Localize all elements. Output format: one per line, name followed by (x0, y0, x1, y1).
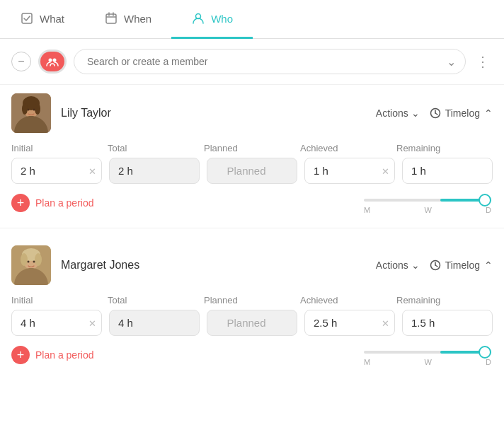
margaret-achieved-clear[interactable]: ✕ (382, 318, 389, 328)
svg-point-6 (49, 59, 52, 62)
margaret-plan-label[interactable]: Plan a period (35, 349, 94, 361)
search-input[interactable] (74, 49, 466, 74)
svg-point-12 (22, 103, 28, 115)
svg-line-18 (435, 113, 437, 115)
margaret-slider-track[interactable] (364, 351, 491, 354)
member-margaret-name: Margaret Jones (61, 259, 376, 272)
margaret-slider-thumb[interactable] (479, 346, 491, 359)
lily-actions-chevron: ⌄ (411, 107, 420, 119)
margaret-planned-label: Planned (204, 295, 300, 305)
lily-plan-label[interactable]: Plan a period (35, 197, 94, 209)
margaret-actions-chevron: ⌄ (411, 260, 420, 271)
margaret-initial-clear[interactable]: ✕ (88, 318, 96, 328)
margaret-actions-label: Actions (376, 260, 408, 271)
lily-achieved-clear[interactable]: ✕ (382, 165, 389, 176)
margaret-slider-container: M W D (364, 351, 493, 369)
lily-slider-thumb[interactable] (479, 194, 491, 206)
lily-planned-wrap (207, 158, 297, 184)
members-divider (0, 228, 504, 228)
svg-point-24 (28, 261, 30, 263)
lily-plan-slider-row: + Plan a period M W D (11, 194, 493, 222)
lily-initial-wrap: ✕ (11, 158, 102, 184)
member-lily-name: Lily Taylor (61, 107, 376, 120)
lily-slider-container: M W D (364, 199, 493, 217)
lily-slider-track[interactable] (364, 199, 491, 202)
lily-remaining-label: Remaining (396, 143, 493, 153)
lily-initial-label: Initial (11, 143, 108, 153)
margaret-achieved-label: Achieved (300, 295, 396, 305)
margaret-time-labels: Initial Total Planned Achieved Remaining (11, 295, 493, 305)
group-toggle-button[interactable] (40, 52, 64, 71)
lily-achieved-label: Achieved (300, 143, 396, 153)
lily-plan-plus-button[interactable]: + (11, 194, 30, 212)
margaret-slider-labels: M W D (364, 358, 493, 366)
member-margaret-section: Margaret Jones Actions ⌄ Timelog ⌃ Initi… (0, 237, 504, 374)
margaret-actions-button[interactable]: Actions ⌄ (376, 260, 420, 271)
margaret-plan-slider-row: + Plan a period M W D (11, 346, 493, 374)
margaret-timelog-chevron: ⌃ (484, 260, 493, 271)
lily-planned-input[interactable] (207, 158, 297, 184)
check-icon (20, 11, 34, 25)
lily-slider-track-row (491, 199, 493, 202)
search-row: − ⌄ ⋮ (0, 39, 504, 85)
margaret-plan-row: + Plan a period (11, 346, 94, 367)
margaret-total-wrap (109, 310, 200, 336)
svg-rect-0 (22, 13, 32, 23)
person-icon (191, 11, 205, 25)
tab-who[interactable]: Who (171, 0, 253, 39)
tab-who-label: Who (211, 13, 233, 25)
svg-point-15 (33, 109, 35, 111)
tab-what-label: What (40, 13, 64, 25)
lily-actions-label: Actions (376, 107, 408, 119)
svg-point-22 (21, 253, 28, 266)
more-options-icon[interactable]: ⋮ (473, 53, 493, 70)
lily-time-inputs: ✕ ✕ (11, 158, 493, 184)
lily-total-label: Total (108, 143, 204, 153)
tab-when[interactable]: When (84, 0, 171, 39)
slider-d-label: D (486, 206, 491, 214)
svg-point-7 (53, 59, 57, 62)
tab-what[interactable]: What (0, 0, 84, 39)
margaret-slider-w-label: W (424, 358, 431, 366)
lily-slider-labels: M W D (364, 206, 493, 214)
margaret-timelog-label: Timelog (445, 260, 480, 271)
margaret-planned-wrap (207, 310, 297, 336)
margaret-time-inputs: ✕ ✕ (11, 310, 493, 336)
svg-point-14 (28, 109, 30, 111)
lily-remaining-input[interactable] (402, 158, 493, 184)
lily-total-input[interactable] (109, 158, 200, 184)
lily-remaining-wrap (402, 158, 493, 184)
minus-button[interactable]: − (11, 52, 31, 71)
margaret-planned-input[interactable] (207, 310, 297, 336)
avatar-lily (11, 93, 51, 133)
margaret-timelog-button[interactable]: Timelog ⌃ (430, 260, 493, 271)
margaret-total-input[interactable] (109, 310, 200, 336)
margaret-total-label: Total (108, 295, 204, 305)
tab-when-label: When (124, 13, 151, 25)
margaret-plan-plus-button[interactable]: + (11, 346, 30, 364)
lily-time-labels: Initial Total Planned Achieved Remaining (11, 143, 493, 153)
lily-initial-clear[interactable]: ✕ (88, 165, 96, 176)
svg-point-13 (35, 103, 40, 115)
avatar-margaret (11, 245, 51, 285)
lily-timelog-button[interactable]: Timelog ⌃ (430, 107, 493, 119)
svg-point-23 (35, 253, 42, 266)
svg-point-25 (33, 261, 35, 263)
svg-line-28 (435, 265, 437, 267)
clock-icon-2 (430, 260, 441, 271)
margaret-slider-track-row (491, 351, 493, 354)
slider-m-label: M (364, 206, 370, 214)
lily-timelog-chevron: ⌃ (484, 107, 493, 119)
calendar-icon (104, 11, 118, 25)
search-input-wrap: ⌄ (74, 49, 466, 74)
tabs-bar: What When Who (0, 0, 504, 39)
margaret-remaining-wrap (402, 310, 493, 336)
chevron-down-icon: ⌄ (447, 55, 456, 69)
member-lily-section: Lily Taylor Actions ⌄ Timelog ⌃ Initial … (0, 85, 504, 222)
margaret-initial-wrap: ✕ (11, 310, 102, 336)
lily-actions-button[interactable]: Actions ⌄ (376, 107, 420, 119)
group-icon (46, 55, 59, 68)
toggle-group[interactable] (38, 50, 67, 74)
margaret-remaining-input[interactable] (402, 310, 493, 336)
svg-rect-1 (106, 14, 116, 23)
